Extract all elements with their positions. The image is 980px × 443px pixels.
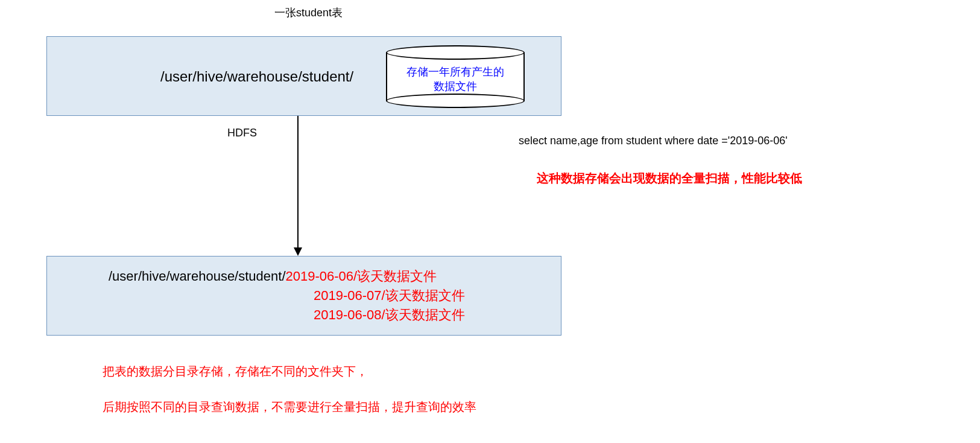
warehouse-path-1: /user/hive/warehouse/student/ [160, 68, 353, 85]
partitioned-paths: /user/hive/warehouse/student/2019-06-06/… [109, 267, 465, 325]
diagram-title: 一张student表 [274, 5, 343, 20]
arrow-line [297, 116, 299, 250]
note-line-2: 后期按照不同的目录查询数据，不需要进行全量扫描，提升查询的效率 [103, 399, 476, 415]
path-prefix: /user/hive/warehouse/student/ [109, 269, 286, 284]
note-line-1: 把表的数据分目录存储，存储在不同的文件夹下， [103, 363, 368, 380]
partition-row-2: 2019-06-07/该天数据文件 [314, 288, 465, 303]
cylinder-line1: 存储一年所有产生的 [406, 66, 504, 78]
cylinder-line2: 数据文件 [434, 80, 477, 92]
warning-message: 这种数据存储会出现数据的全量扫描，性能比较低 [537, 170, 802, 186]
arrow-head-icon [294, 247, 302, 256]
cylinder-bottom [386, 94, 525, 108]
partition-row-1: 2019-06-06/该天数据文件 [286, 269, 437, 284]
cylinder-top [386, 45, 525, 60]
data-cylinder: 存储一年所有产生的 数据文件 [386, 45, 525, 109]
hdfs-label: HDFS [227, 127, 257, 139]
sql-query-text: select name,age from student where date … [519, 135, 788, 147]
partition-row-3: 2019-06-08/该天数据文件 [314, 307, 465, 322]
cylinder-label: 存储一年所有产生的 数据文件 [386, 65, 525, 94]
